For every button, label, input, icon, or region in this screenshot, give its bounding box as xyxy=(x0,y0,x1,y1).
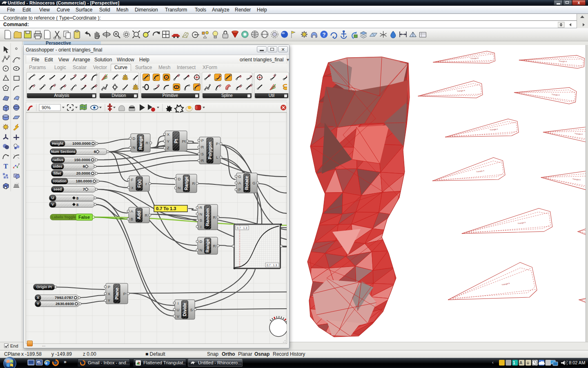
svg-text:Triangle A: Triangle A xyxy=(559,60,567,63)
svg-text:Divide: Divide xyxy=(182,303,187,316)
svg-text:Num Sections: Num Sections xyxy=(51,150,76,154)
svg-text:P: P xyxy=(238,187,241,192)
svg-text:A: A xyxy=(131,209,134,213)
svg-text:I: I xyxy=(178,301,179,305)
svg-text:Y: Y xyxy=(167,139,170,144)
svg-text:1: 1 xyxy=(513,361,515,365)
svg-text:20.0000: 20.0000 xyxy=(76,171,90,175)
svg-text:R: R xyxy=(192,181,195,186)
svg-text:0.7 : 1.3: 0.7 : 1.3 xyxy=(237,227,247,229)
svg-text:D: D xyxy=(133,136,136,141)
svg-text:P: P xyxy=(216,141,218,146)
svg-text:Height: Height xyxy=(52,141,63,146)
svg-text:8: 8 xyxy=(76,196,78,200)
svg-text:r: r xyxy=(145,182,147,186)
svg-text:N: N xyxy=(200,248,203,252)
svg-text:Plane: Plane xyxy=(114,287,119,299)
svg-text:F(x): F(x) xyxy=(137,180,142,188)
svg-text:L: L xyxy=(216,155,218,159)
svg-text:S: S xyxy=(201,152,204,156)
svg-text:I: I xyxy=(200,224,202,229)
svg-text:R: R xyxy=(200,205,203,210)
svg-text:P: P xyxy=(201,138,204,143)
svg-text:8: 8 xyxy=(76,202,78,207)
svg-text:D: D xyxy=(200,239,203,244)
svg-text:U: U xyxy=(51,196,54,200)
svg-text:D: D xyxy=(178,177,181,181)
svg-text:N: N xyxy=(200,212,203,216)
svg-text:Range: Range xyxy=(184,177,189,191)
svg-text:Random: Random xyxy=(205,208,210,226)
svg-text:Add: Add xyxy=(136,211,141,219)
svg-text:N: N xyxy=(178,186,181,190)
svg-text:False: False xyxy=(78,215,90,220)
svg-text:S: S xyxy=(190,307,193,312)
svg-text:X: X xyxy=(167,132,170,137)
svg-text:seed: seed xyxy=(53,187,62,191)
svg-text:7: 7 xyxy=(83,187,85,191)
svg-text:6: 6 xyxy=(94,149,96,154)
svg-text:150.0000: 150.0000 xyxy=(74,157,90,162)
svg-text:G: G xyxy=(252,181,255,185)
svg-text:P: P xyxy=(123,292,126,296)
svg-text:180.0000: 180.0000 xyxy=(76,179,92,183)
svg-text:sides: sides xyxy=(53,164,62,168)
svg-text:R: R xyxy=(201,158,204,163)
svg-text:2630.6930: 2630.6930 xyxy=(56,301,74,306)
svg-text:1000.0000: 1000.0000 xyxy=(72,141,91,146)
svg-text:Y: Y xyxy=(108,298,111,303)
svg-text:S: S xyxy=(200,218,202,222)
svg-text:Polygon: Polygon xyxy=(207,141,212,159)
svg-text:e: e xyxy=(45,360,47,365)
svg-text:U: U xyxy=(177,307,180,312)
svg-text:Pt: Pt xyxy=(174,139,178,143)
svg-text:Y: Y xyxy=(37,302,39,306)
svg-text:90%: 90% xyxy=(42,105,51,110)
svg-text:X: X xyxy=(108,292,111,296)
svg-text:Range: Range xyxy=(138,136,143,150)
svg-text:Z: Z xyxy=(167,146,169,150)
svg-text:R: R xyxy=(213,215,216,220)
svg-text:X: X xyxy=(37,296,39,300)
svg-text:Range: Range xyxy=(205,239,210,253)
svg-text:P: P xyxy=(108,285,110,289)
svg-text:T: T xyxy=(4,163,8,170)
svg-text:V: V xyxy=(51,202,54,206)
svg-text:0.7 To 1.3: 0.7 To 1.3 xyxy=(156,206,176,211)
svg-text:6: 6 xyxy=(83,164,85,168)
svg-text:B: B xyxy=(131,217,133,221)
svg-text:Pt: Pt xyxy=(182,139,186,144)
svg-text:A: A xyxy=(519,361,522,365)
svg-text:R: R xyxy=(145,213,148,218)
svg-text:Origin Pt: Origin Pt xyxy=(36,285,52,289)
svg-text:rotation: rotation xyxy=(53,179,67,183)
svg-text:fillet: fillet xyxy=(53,171,61,175)
svg-text:N: N xyxy=(133,145,136,150)
svg-text:V: V xyxy=(177,314,180,319)
svg-text:?: ? xyxy=(322,31,325,38)
svg-text:R: R xyxy=(146,141,149,145)
svg-text:R: R xyxy=(213,244,216,248)
svg-text:A: A xyxy=(238,181,241,185)
svg-text:Rotate: Rotate xyxy=(244,176,249,190)
svg-text:radius: radius xyxy=(52,158,63,162)
svg-text:R: R xyxy=(201,145,204,149)
svg-text:0.7 : 1.3: 0.7 : 1.3 xyxy=(267,264,277,267)
svg-text:Labels Toggle: Labels Toggle xyxy=(51,215,76,219)
svg-text:x: x xyxy=(131,185,134,190)
svg-text:7992.0787: 7992.0787 xyxy=(55,295,73,300)
svg-text:G: G xyxy=(238,174,241,179)
svg-text:F: F xyxy=(131,177,134,182)
